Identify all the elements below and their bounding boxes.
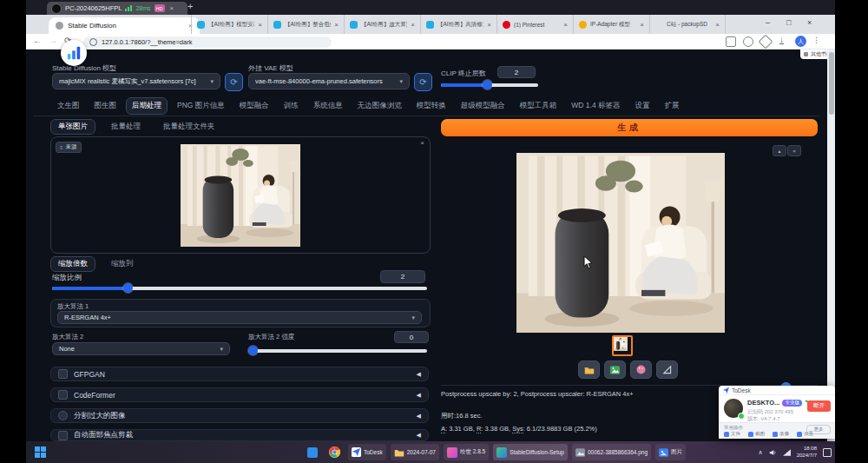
browser-menu-icon[interactable]: ⋮	[812, 36, 820, 44]
tab-close-icon[interactable]: ×	[640, 21, 644, 29]
tab-img2img[interactable]: 图生图	[89, 98, 122, 114]
remote-session-tab[interactable]: PC-20240625HFPL 28ms HD ×	[47, 2, 187, 15]
tab-settings[interactable]: 设置	[629, 98, 654, 114]
window-close-button[interactable]: ×	[807, 18, 812, 27]
tab-model-convert[interactable]: 模型转换	[411, 98, 451, 114]
open-folder-button[interactable]	[578, 360, 600, 379]
tab-close-icon[interactable]: ×	[334, 21, 339, 29]
clip-skip-slider[interactable]	[441, 83, 538, 87]
window-maximize-button[interactable]: □	[786, 18, 791, 27]
refresh-sd-model-button[interactable]: ⟳	[225, 73, 243, 91]
checkbox[interactable]	[58, 411, 68, 420]
tab-close-icon[interactable]: ×	[258, 21, 262, 29]
start-button[interactable]	[35, 446, 46, 458]
tray-expand-icon[interactable]: ∧	[759, 449, 763, 456]
tab-batch-process[interactable]: 批量处理	[104, 120, 148, 134]
tab-txt2img[interactable]: 文生图	[52, 98, 85, 114]
tab-image-browser[interactable]: 无边图像浏览	[352, 98, 407, 114]
session-close-icon[interactable]: ×	[170, 4, 174, 12]
resize-value[interactable]: 2	[380, 270, 425, 283]
tab-sysinfo[interactable]: 系统信息	[308, 98, 348, 114]
resize-tool-button[interactable]	[656, 360, 678, 379]
extension-icon[interactable]	[726, 36, 736, 47]
site-info-icon[interactable]	[89, 38, 97, 46]
refresh-vae-button[interactable]: ⟳	[414, 73, 432, 91]
taskbar-todesk-button[interactable]: ToDesk	[348, 444, 386, 460]
accordion-codeformer[interactable]: CodeFormer ◀	[50, 387, 429, 402]
accordion-gfpgan[interactable]: GFPGAN ◀	[50, 367, 429, 381]
tab-single-image[interactable]: 单张图片	[50, 119, 95, 135]
source-image-dropzone[interactable]: ≡ 来源 ×	[50, 136, 431, 254]
tab-close-icon[interactable]: ×	[487, 21, 491, 29]
expand-image-button[interactable]: ▴	[773, 145, 786, 156]
tab-pnginfo[interactable]: PNG 图片信息	[172, 98, 230, 114]
generate-button[interactable]: 生成	[441, 119, 818, 136]
forward-icon[interactable]: →	[49, 36, 57, 45]
checkbox[interactable]	[58, 431, 68, 440]
save-image-button[interactable]	[604, 360, 626, 379]
accordion-split-oversized[interactable]: 分割过大的图像 ◀	[50, 408, 429, 423]
slider-knob[interactable]	[123, 283, 133, 293]
window-minimize-button[interactable]: –	[766, 18, 770, 27]
upscaler1-dropdown[interactable]: R-ESRGAN 4x+ ▾	[57, 311, 422, 324]
clear-image-icon[interactable]: ×	[420, 139, 424, 147]
tab-super-merge[interactable]: 超级模型融合	[456, 98, 510, 114]
browser-tab[interactable]: IP-Adapter 模型 ×	[573, 15, 649, 34]
taskbar-widgets-button[interactable]	[304, 444, 321, 460]
browser-tab[interactable]: 【AI绘画】高清修复教程_哔哩哔哩 ×	[420, 15, 496, 34]
record-button[interactable]: 录像	[773, 431, 789, 437]
upscaler2-dropdown[interactable]: None ▾	[52, 342, 230, 355]
browser-tab[interactable]: 【AI绘画】模型安装教程_哔哩哔哩 ×	[191, 15, 267, 34]
tab-scale-to[interactable]: 缩放到	[104, 257, 141, 271]
browser-tab-active[interactable]: Stable Diffusion ×	[49, 17, 200, 34]
screenshot-button[interactable]: 截图	[748, 431, 765, 437]
clip-skip-value[interactable]: 2	[497, 66, 536, 78]
back-icon[interactable]: ←	[33, 36, 42, 45]
address-bar[interactable]: 127.0.0.1:7860/?__theme=dark	[83, 36, 332, 48]
tab-train[interactable]: 训练	[279, 98, 304, 114]
checkbox[interactable]	[58, 390, 68, 400]
extension-icon[interactable]	[743, 36, 753, 47]
todesk-header[interactable]: ToDesk	[719, 386, 835, 395]
tab-extensions[interactable]: 扩展	[659, 98, 684, 114]
browser-tab[interactable]: 【AI绘画】放大算法对比_哔哩哔哩 ×	[344, 15, 420, 34]
accordion-auto-face-crop[interactable]: 自动面部焦点剪裁 ◀	[50, 429, 429, 441]
checkbox[interactable]	[58, 369, 68, 379]
tab-model-toolkit[interactable]: 模型工具箱	[515, 98, 562, 114]
new-session-button[interactable]: +	[187, 1, 193, 11]
resize-slider[interactable]	[52, 287, 427, 290]
taskbar-clock[interactable]: 18:08 2024/7/7	[797, 446, 817, 459]
taskbar-chrome-button[interactable]	[326, 444, 344, 460]
browser-tab[interactable]: (1) Pinterest ×	[496, 15, 573, 34]
tab-extras[interactable]: 后期处理	[126, 97, 168, 115]
sd-model-dropdown[interactable]: majicMIX realistic 麦橘写实_v7.safetensors […	[52, 73, 220, 89]
taskbar-photos-button[interactable]: 图片	[655, 444, 686, 460]
tab-close-icon[interactable]: ×	[715, 21, 720, 29]
taskbar-folder-button[interactable]: 2024-07-07	[391, 444, 439, 460]
tab-merge[interactable]: 模型融合	[234, 98, 274, 114]
upscaler2-visibility-value[interactable]: 0	[394, 331, 429, 343]
taskbar-sd-setup-button[interactable]: StableDiffusion-Setup	[493, 444, 568, 460]
taskbar-huishi-button[interactable]: 绘世 2.8.5	[444, 444, 489, 460]
profile-avatar[interactable]: 人	[795, 36, 806, 47]
settings-button[interactable]: 设置	[797, 431, 813, 437]
tab-close-icon[interactable]: ×	[411, 21, 415, 29]
network-icon[interactable]	[783, 449, 791, 456]
browser-tab[interactable]: 【AI绘画】整合包使用教程_哔哩哔哩 ×	[267, 15, 344, 34]
tab-wd14-tagger[interactable]: WD 1.4 标签器	[566, 98, 625, 114]
slider-knob[interactable]	[483, 80, 492, 89]
vae-dropdown[interactable]: vae-ft-mse-840000-ema-pruned.safetensors…	[248, 73, 410, 89]
tab-batch-folder[interactable]: 批量处理文件夹	[156, 120, 222, 134]
file-transfer-button[interactable]: 文件	[724, 431, 740, 437]
close-image-button[interactable]: ×	[787, 145, 801, 156]
tab-scale-by[interactable]: 缩放倍数	[50, 256, 95, 272]
slider-knob[interactable]	[248, 346, 258, 355]
taskbar-png-file-button[interactable]: 00062-3885866364.png	[572, 444, 651, 460]
result-thumbnail[interactable]	[612, 335, 633, 356]
send-to-extras-button[interactable]	[630, 360, 652, 379]
result-image[interactable]	[516, 153, 725, 333]
downloads-icon[interactable]: ↓	[779, 36, 784, 44]
volume-icon[interactable]	[769, 449, 777, 456]
upscaler2-visibility-slider[interactable]	[248, 349, 427, 353]
scrollbar-thumb[interactable]	[829, 52, 834, 115]
